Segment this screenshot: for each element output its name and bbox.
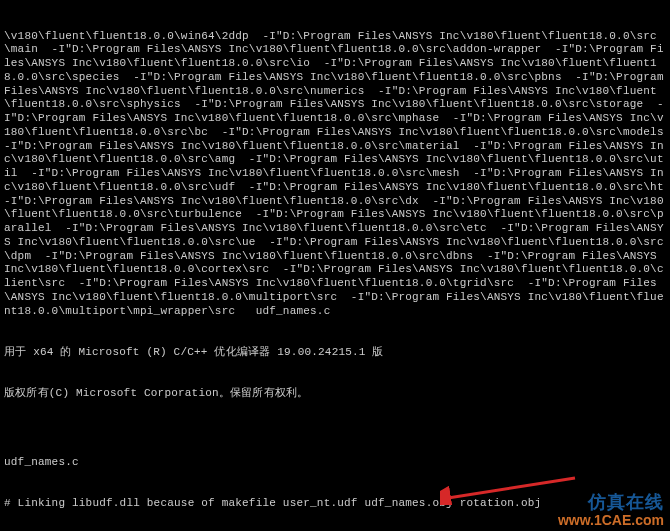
source-file-line: udf_names.c [4,456,666,470]
compiler-banner-line: 用于 x64 的 Microsoft (R) C/C++ 优化编译器 19.00… [4,346,666,360]
watermark-brand: 仿真在线 [588,491,664,514]
terminal-window[interactable]: \v180\fluent\fluent18.0.0\win64\2ddp -I"… [4,2,666,531]
watermark-url: www.1CAE.com [558,512,664,530]
copyright-line: 版权所有(C) Microsoft Corporation。保留所有权利。 [4,387,666,401]
linking-reason-line: # Linking libudf.dll because of makefile… [4,497,666,511]
terminal-output-paths: \v180\fluent\fluent18.0.0\win64\2ddp -I"… [4,30,666,319]
